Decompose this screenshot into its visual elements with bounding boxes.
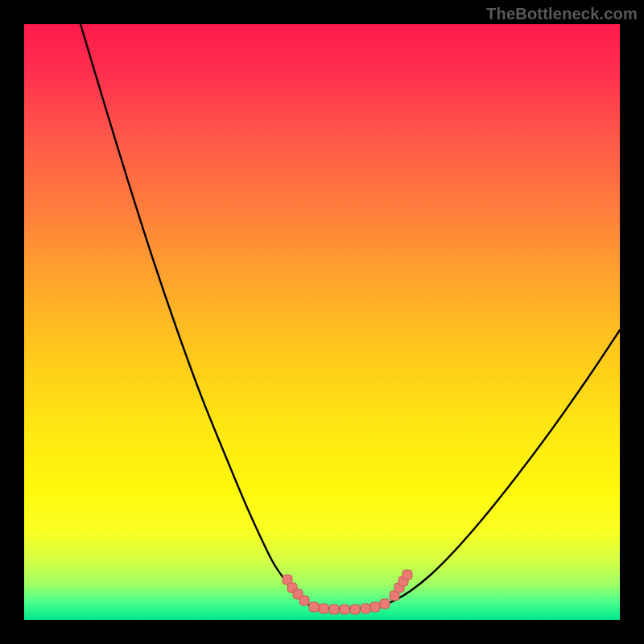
trough-marker	[319, 604, 328, 613]
trough-marker	[309, 602, 319, 612]
trough-marker	[299, 596, 309, 605]
chart-frame: TheBottleneck.com	[0, 0, 644, 644]
trough-markers	[24, 24, 620, 620]
trough-marker	[340, 605, 349, 614]
plot-area	[24, 24, 620, 620]
trough-marker	[350, 605, 360, 614]
trough-marker	[380, 599, 390, 609]
trough-marker	[402, 570, 412, 580]
trough-marker	[370, 602, 380, 612]
watermark-text: TheBottleneck.com	[486, 5, 638, 23]
trough-marker	[361, 604, 370, 613]
trough-marker	[329, 605, 339, 614]
